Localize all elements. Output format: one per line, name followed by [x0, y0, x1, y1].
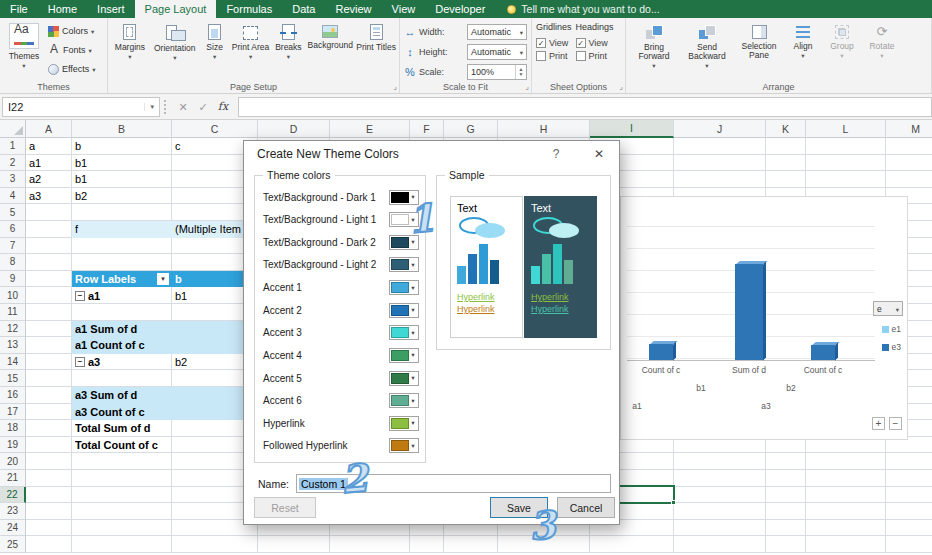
row-header-12[interactable]: 12	[0, 321, 26, 338]
cell-B16[interactable]: a3 Sum of d	[72, 387, 172, 404]
row-header-6[interactable]: 6	[0, 221, 26, 238]
breaks-button[interactable]: Breaks ▾	[271, 20, 305, 78]
chart-bar[interactable]	[649, 344, 673, 360]
cell-B3[interactable]: b1	[72, 171, 172, 188]
tab-review[interactable]: Review	[325, 0, 381, 18]
orientation-button[interactable]: Orientation ▾	[150, 20, 200, 78]
column-header-C[interactable]: C	[172, 120, 258, 138]
cell-A2[interactable]: a1	[26, 155, 72, 172]
column-header-E[interactable]: E	[330, 120, 410, 138]
row-header-8[interactable]: 8	[0, 254, 26, 271]
row-header-9[interactable]: 9	[0, 271, 26, 288]
color-swatch-button[interactable]: ▼	[389, 348, 419, 363]
chart-collapse-button[interactable]: −	[889, 417, 902, 430]
cell-B6[interactable]: f	[72, 221, 172, 238]
name-box-resize-handle[interactable]	[164, 100, 167, 114]
dialog-help-button[interactable]: ?	[541, 141, 571, 167]
color-swatch-button[interactable]: ▼	[389, 303, 419, 318]
cell-A4[interactable]: a3	[26, 188, 72, 205]
tab-view[interactable]: View	[382, 0, 426, 18]
filter-dropdown-icon[interactable]: ▼	[157, 273, 169, 285]
tab-insert[interactable]: Insert	[87, 0, 135, 18]
margins-button[interactable]: Margins ▾	[110, 20, 150, 78]
cancel-button[interactable]: Cancel	[557, 497, 615, 518]
spinner-arrows-icon[interactable]: ▲▼	[515, 65, 526, 79]
cell-B18[interactable]: Total Sum of d	[72, 420, 172, 437]
cell-B14[interactable]: −a3	[72, 354, 172, 371]
enter-formula-button[interactable]: ✓	[194, 97, 212, 117]
column-header-D[interactable]: D	[258, 120, 330, 138]
sheet-options-dialog-launcher-icon[interactable]: ⌟	[619, 83, 623, 91]
formula-input[interactable]	[238, 97, 932, 117]
cancel-formula-button[interactable]: ✕	[174, 97, 192, 117]
headings-print-checkbox[interactable]: Print	[576, 51, 614, 61]
column-header-G[interactable]: G	[444, 120, 498, 138]
cell-A3[interactable]: a2	[26, 171, 72, 188]
cell-B4[interactable]: b2	[72, 188, 172, 205]
column-header-L[interactable]: L	[806, 120, 886, 138]
tell-me-box[interactable]: Tell me what you want to do...	[499, 0, 667, 18]
color-swatch-button[interactable]: ▼	[389, 325, 419, 340]
chart-bar[interactable]	[735, 264, 763, 360]
fill-handle[interactable]	[671, 500, 676, 505]
page-setup-dialog-launcher-icon[interactable]: ⌟	[393, 83, 397, 91]
row-header-15[interactable]: 15	[0, 370, 26, 387]
row-header-5[interactable]: 5	[0, 204, 26, 221]
color-swatch-button[interactable]: ▼	[389, 371, 419, 386]
name-box-dropdown-icon[interactable]: ▾	[144, 103, 154, 111]
collapse-button[interactable]: −	[75, 291, 85, 301]
row-header-1[interactable]: 1	[0, 138, 26, 155]
width-combo[interactable]: Automatic ▾	[467, 24, 527, 40]
row-header-23[interactable]: 23	[0, 503, 26, 520]
column-header-K[interactable]: K	[766, 120, 806, 138]
row-header-25[interactable]: 25	[0, 536, 26, 553]
color-swatch-button[interactable]: ▼	[389, 280, 419, 295]
print-area-button[interactable]: Print Area ▾	[230, 20, 272, 78]
print-titles-button[interactable]: Print Titles	[355, 20, 397, 78]
legend-item[interactable]: e1	[882, 324, 901, 334]
row-header-11[interactable]: 11	[0, 304, 26, 321]
color-swatch-button[interactable]: ▼	[389, 438, 419, 453]
scale-to-fit-dialog-launcher-icon[interactable]: ⌟	[525, 83, 529, 91]
row-header-10[interactable]: 10	[0, 287, 26, 304]
chart-field-button[interactable]: e ▾	[873, 301, 903, 316]
row-header-21[interactable]: 21	[0, 470, 26, 487]
row-header-17[interactable]: 17	[0, 404, 26, 421]
column-header-H[interactable]: H	[498, 120, 590, 138]
chart-expand-button[interactable]: +	[872, 417, 885, 430]
row-header-18[interactable]: 18	[0, 420, 26, 437]
cell-B9[interactable]: Row Labels▼	[72, 271, 172, 288]
column-header-J[interactable]: J	[674, 120, 766, 138]
tab-developer[interactable]: Developer	[425, 0, 495, 18]
row-header-3[interactable]: 3	[0, 171, 26, 188]
row-header-13[interactable]: 13	[0, 337, 26, 354]
cell-B10[interactable]: −a1	[72, 287, 172, 304]
tab-formulas[interactable]: Formulas	[216, 0, 282, 18]
selection-pane-button[interactable]: Selection Pane	[734, 20, 784, 78]
row-header-2[interactable]: 2	[0, 155, 26, 172]
tab-file[interactable]: File	[0, 0, 38, 18]
align-button[interactable]: Align ▾	[784, 20, 822, 78]
headings-view-checkbox[interactable]: ✓ View	[576, 38, 614, 48]
select-all-corner[interactable]	[0, 120, 26, 138]
dialog-close-button[interactable]: ✕	[579, 141, 619, 167]
row-header-14[interactable]: 14	[0, 354, 26, 371]
gridlines-view-checkbox[interactable]: ✓ View	[536, 38, 572, 48]
row-header-24[interactable]: 24	[0, 520, 26, 537]
cell-B12[interactable]: a1 Sum of d	[72, 321, 172, 338]
color-swatch-button[interactable]: ▼	[389, 257, 419, 272]
gridlines-print-checkbox[interactable]: Print	[536, 51, 572, 61]
height-combo[interactable]: Automatic ▾	[467, 44, 527, 60]
themes-button[interactable]: Themes ▾	[2, 20, 46, 78]
pivot-chart[interactable]: Count of c Sum of d Count of c b1 b2 a1 …	[620, 196, 908, 440]
bring-forward-button[interactable]: Bring Forward ▾	[628, 20, 680, 78]
tab-page-layout[interactable]: Page Layout	[135, 0, 217, 18]
scale-spinner[interactable]: 100% ▲▼	[467, 64, 527, 80]
cell-B2[interactable]: b1	[72, 155, 172, 172]
row-header-19[interactable]: 19	[0, 437, 26, 454]
insert-function-button[interactable]: fx	[214, 97, 232, 117]
colors-button[interactable]: Colors ▾	[46, 22, 98, 40]
background-button[interactable]: Background	[305, 20, 355, 78]
row-header-16[interactable]: 16	[0, 387, 26, 404]
column-header-M[interactable]: M	[886, 120, 932, 138]
